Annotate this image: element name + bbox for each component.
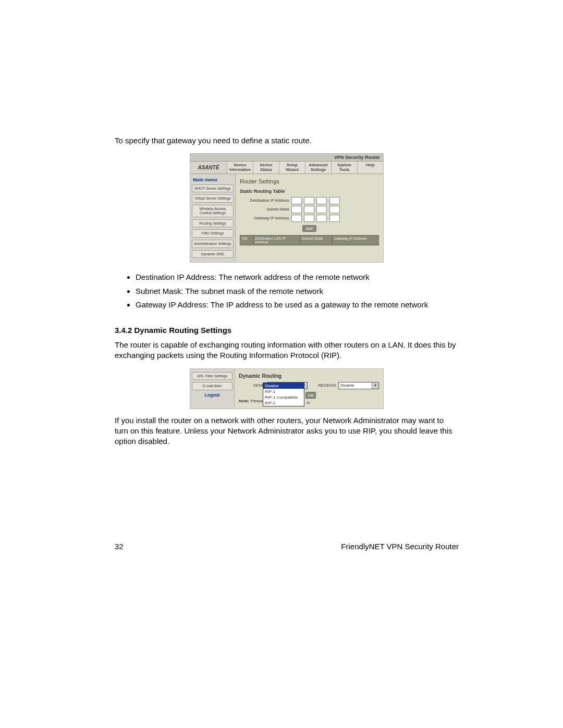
receive-select[interactable]: Disable ▼ (338, 382, 379, 389)
label-destination-ip: Destination IP Address (240, 198, 291, 203)
send-dropdown-list[interactable]: Disable RIP-1 RIP-1 Compatible RIP-2 (263, 382, 304, 406)
mask-octet-4[interactable] (329, 206, 340, 213)
tab-device-status[interactable]: Device Status (253, 162, 279, 174)
obscured-button-fragment: me (305, 392, 316, 399)
add-button[interactable]: add (302, 225, 316, 232)
main-menu-heading: Main menu (193, 177, 234, 182)
list-item: Gateway IP Address: The IP address to be… (136, 300, 459, 310)
sidebar-item-dynamic-dns[interactable]: Dynamic DNS (192, 250, 234, 258)
dropdown-option-rip1[interactable]: RIP-1 (263, 389, 304, 394)
page-title: Router Settings (240, 178, 379, 184)
dropdown-option-disable[interactable]: Disable (263, 383, 304, 389)
gw-octet-2[interactable] (304, 215, 314, 222)
label-gateway-ip: Gateway IP Address (240, 216, 291, 220)
gw-octet-4[interactable] (329, 215, 340, 222)
list-item: Subnet Mask: The subnet mask of the remo… (136, 286, 459, 297)
sidebar-item-virtual-server[interactable]: Virtual Server Settings (192, 194, 234, 203)
tab-help[interactable]: Help (358, 162, 383, 174)
section-heading: 3.4.2 Dynamic Routing Settings (115, 326, 459, 335)
dynamic-routing-followup: If you install the router on a network w… (115, 415, 459, 447)
dynamic-routing-intro: The router is capable of exchanging rout… (115, 340, 459, 361)
document-page: To specify that gateway you need to defi… (0, 0, 563, 728)
sidebar-item-administration[interactable]: Administration Settings (192, 240, 234, 248)
content-pane: Router Settings Static Routing Table Des… (236, 174, 383, 263)
sidebar-item-filter[interactable]: Filter Settings (192, 229, 234, 238)
dest-ip-octet-3[interactable] (316, 197, 327, 204)
receive-select-value: Disable (340, 383, 354, 388)
definitions-list: Destination IP Address: The network addr… (136, 272, 459, 310)
dest-ip-octet-4[interactable] (329, 197, 340, 204)
titlebar-label: VPN Security Router (190, 154, 383, 162)
sidebar-item-wireless-access[interactable]: Wireless Access Control Settings (192, 205, 234, 217)
section-subtitle: Static Routing Table (240, 189, 379, 194)
top-nav: ASANTÉ Device Information Device Status … (190, 162, 383, 174)
sidebar: URL Filter Settings E-mail Alert Logout (190, 369, 235, 409)
obscured-text-fragment: rs (307, 400, 310, 405)
sidebar-item-email-alert[interactable]: E-mail Alert (192, 382, 232, 390)
th-subnet-mask: Subnet Mask (300, 236, 333, 245)
list-item: Destination IP Address: The network addr… (136, 272, 459, 282)
logout-link[interactable]: Logout (192, 392, 232, 398)
page-number: 32 (115, 542, 124, 551)
mask-octet-3[interactable] (316, 206, 327, 213)
content-pane: Dynamic Routing SEND Disable ▼ RECEIVE D… (235, 369, 383, 409)
screenshot-router-settings: VPN Security Router ASANTÉ Device Inform… (190, 153, 384, 263)
tab-advanced-settings[interactable]: Advanced Settings (305, 162, 332, 174)
gw-octet-1[interactable] (291, 215, 302, 222)
intro-paragraph: To specify that gateway you need to defi… (115, 135, 459, 146)
brand-logo: ASANTÉ (190, 162, 227, 174)
tab-setup-wizard[interactable]: Setup Wizard (279, 162, 305, 174)
row-destination-ip: Destination IP Address . . . (240, 197, 379, 204)
dest-ip-octet-1[interactable] (291, 197, 302, 204)
dest-ip-octet-2[interactable] (304, 197, 314, 204)
label-subnet-mask: Subnet Mask (240, 207, 291, 212)
nav-tabs: Device Information Device Status Setup W… (227, 162, 383, 174)
th-destination-ip: Destination LAN IP Address (253, 236, 300, 245)
sidebar-item-dhcp-server[interactable]: DHCP Server Settings (192, 184, 234, 193)
page-title: Dynamic Routing (239, 373, 379, 379)
dropdown-option-rip2[interactable]: RIP-2 (263, 400, 304, 406)
row-subnet-mask: Subnet Mask . . . (240, 206, 379, 213)
sidebar-item-routing[interactable]: Routing Settings (192, 219, 234, 228)
row-gateway-ip: Gateway IP Address . . . (240, 215, 379, 222)
th-delete: Del (240, 236, 253, 245)
gw-octet-3[interactable] (316, 215, 327, 222)
mask-octet-1[interactable] (291, 206, 302, 213)
sidebar: Main menu DHCP Server Settings Virtual S… (190, 174, 236, 263)
th-gateway-ip: Gateway IP Address (333, 236, 379, 245)
receive-label: RECEIVE (308, 383, 338, 388)
page-footer: 32 FriendlyNET VPN Security Router (115, 542, 459, 551)
sidebar-item-url-filter[interactable]: URL Filter Settings (192, 372, 232, 380)
mask-octet-2[interactable] (304, 206, 314, 213)
tab-system-tools[interactable]: System Tools (332, 162, 358, 174)
note-prefix: Note: (239, 399, 249, 403)
product-name: FriendlyNET VPN Security Router (341, 542, 459, 551)
dropdown-option-rip1-compatible[interactable]: RIP-1 Compatible (263, 394, 304, 400)
routing-table-header: Del Destination LAN IP Address Subnet Ma… (240, 235, 379, 245)
tab-device-information[interactable]: Device Information (227, 162, 253, 174)
screenshot-dynamic-routing: URL Filter Settings E-mail Alert Logout … (190, 368, 384, 409)
dropdown-arrow-icon[interactable]: ▼ (372, 382, 378, 389)
